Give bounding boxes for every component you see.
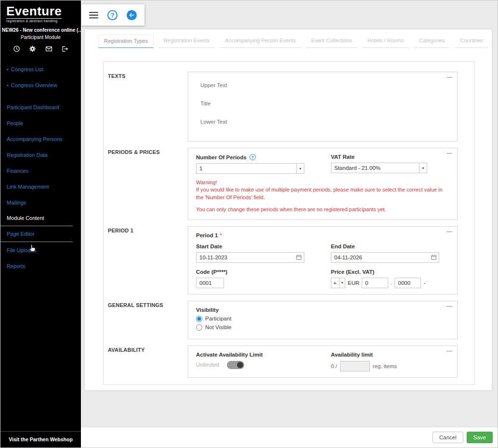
section-periods-prices: PERIODS & PRICES — Number Of Periods ? 1 [108,148,458,220]
section-availability: AVAILABILITY — Activate Availability Lim… [108,346,458,378]
code-input[interactable] [196,278,224,288]
limit-prefix: 0 / [331,363,337,369]
main-area: ? Registration Types Registration Events… [81,0,498,448]
webshop-link[interactable]: Visit the Parthen Webshop [0,431,81,448]
sidebar-item-reports[interactable]: Reports [0,258,81,274]
toolbar: ? [81,4,144,26]
sidebar-item-label: People [7,120,23,126]
bullet-icon: • [7,66,9,72]
sidebar-item-label: Mailings [7,200,26,205]
required-mark: * [220,232,222,238]
sidebar-item-label: Reports [7,263,26,269]
sidebar-item-file-uploads[interactable]: File Uploads [0,242,81,258]
calendar-icon[interactable] [296,254,302,260]
help-icon[interactable]: ? [107,10,118,20]
back-icon[interactable] [127,10,137,20]
lower-text-field[interactable]: Lower Text [200,119,449,125]
price-whole-input[interactable] [362,278,388,288]
sidebar-item-module-content[interactable]: Module Content [0,210,73,226]
clock-icon[interactable] [13,45,20,52]
menu-icon[interactable] [89,12,98,19]
module-name: Participant Module [0,35,81,40]
sidebar-item-page-editor[interactable]: Page Editor [0,226,73,242]
action-bar: Cancel Save [81,427,498,448]
logout-icon[interactable] [61,45,68,52]
collapse-icon[interactable]: — [446,74,452,80]
sidebar-icon-row [0,40,81,54]
sidebar-item-link-management[interactable]: Link Management [0,179,81,194]
activate-availability-label: Activate Availability Limit [196,352,331,358]
price-separator: . [391,280,392,286]
period-1-title: Period 1* [196,232,449,238]
sidebar-item-registration-data[interactable]: Registration Data [0,147,81,163]
price-sign-select[interactable]: + ▾ [331,278,345,288]
calendar-icon[interactable] [431,254,437,260]
availability-limit-toggle[interactable] [227,361,244,369]
visibility-label: Visibility [196,307,449,313]
section-heading-texts: TEXTS [108,72,188,141]
collapse-icon[interactable]: — [446,228,452,235]
field-help-icon[interactable]: ? [249,154,256,160]
save-button[interactable]: Save [467,432,493,443]
end-date-label: End Date [331,243,449,249]
chevron-down-icon: ▾ [419,163,427,173]
tab-bar: Registration Types Registration Events A… [85,29,492,48]
number-of-periods-select[interactable]: 1 ▾ [196,163,304,174]
tab-categories[interactable]: Categories [414,35,450,48]
upper-text-field[interactable]: Upper Text [200,82,449,88]
end-date-input[interactable] [331,252,439,263]
sidebar-item-congress-overview[interactable]: •Congress Overview [0,77,81,93]
sidebar-item-label: Congress List [11,66,43,72]
sidebar-item-people[interactable]: People [0,115,81,131]
start-date-label: Start Date [196,243,331,249]
period-1-panel: — Period 1* Start Date [188,226,458,294]
vat-rate-select[interactable]: Standard - 21.00% ▾ [331,163,427,173]
content-card: Registration Types Registration Events A… [85,29,492,390]
sidebar-item-label: Finances [7,168,28,174]
collapse-icon[interactable]: — [446,347,452,354]
collapse-icon[interactable]: — [446,303,452,309]
sidebar-item-mailings[interactable]: Mailings [0,194,81,210]
app-window: Eventure registration & abstract handlin… [0,0,498,448]
sidebar-item-participant-dashboard[interactable]: Participant Dashboard [0,99,81,115]
sidebar-item-label: Page Editor [7,231,34,237]
radio-input[interactable] [196,324,202,331]
price-decimals-input[interactable] [394,278,421,288]
start-date-input[interactable] [196,252,304,263]
tab-registration-events[interactable]: Registration Events [158,35,215,48]
tab-hotels-rooms[interactable]: Hotels / Rooms [362,35,409,48]
visibility-not-visible-radio[interactable]: Not Visible [196,324,449,331]
tab-countries[interactable]: Countries [455,35,488,48]
bullet-icon: • [7,82,9,88]
availability-limit-label: Availability limit [331,352,449,358]
section-texts: TEXTS — Upper Text Title Lower Text [108,72,458,141]
mail-icon[interactable] [45,45,52,52]
radio-label: Participant [205,316,231,321]
collapse-icon[interactable]: — [446,150,452,156]
sidebar-item-finances[interactable]: Finances [0,163,81,179]
radio-input[interactable] [196,316,202,322]
number-of-periods-label: Number Of Periods [196,154,247,160]
logo[interactable]: Eventure registration & abstract handlin… [0,0,81,24]
tab-accompanying-person-events[interactable]: Accompanying Person Events [220,35,301,48]
section-heading-availability: AVAILABILITY [108,346,188,378]
tab-event-collections[interactable]: Event Collections [306,35,357,48]
sidebar-nav: •Congress List •Congress Overview Partic… [0,61,81,274]
vat-rate-label: VAT Rate [331,154,449,160]
availability-limit-input[interactable] [340,361,370,371]
sidebar-item-label: Registration Data [7,152,48,158]
periods-prices-panel: — Number Of Periods ? 1 ▾ [188,148,458,220]
visibility-participant-radio[interactable]: Participant [196,316,449,322]
section-heading-period-1: PERIOD 1 [108,226,188,294]
limit-suffix: reg. items [373,363,397,369]
section-period-1: PERIOD 1 — Period 1* Start Date [108,226,458,294]
cancel-button[interactable]: Cancel [432,432,463,443]
toggle-knob [237,362,243,368]
sidebar-item-congress-list[interactable]: •Congress List [0,61,81,77]
unlimited-label: Unlimited [196,362,219,368]
sidebar-item-accompanying-persons[interactable]: Accompanying Persons [0,131,81,147]
title-field[interactable]: Title [200,101,449,106]
gear-icon[interactable] [29,45,36,52]
tab-registration-types[interactable]: Registration Types [98,35,154,48]
sidebar-item-label: Link Management [7,184,49,190]
